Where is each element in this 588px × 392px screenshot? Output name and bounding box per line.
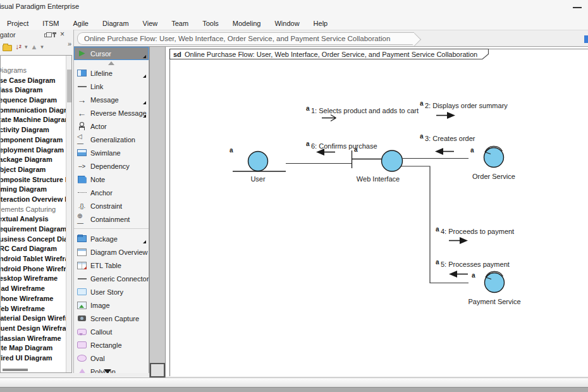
nav-item[interactable]: CRC Card Diagram	[0, 244, 71, 254]
palette-tool[interactable]: Reverse Message	[74, 106, 149, 119]
nav-item[interactable]: Fluent Design Wireframe	[0, 324, 71, 334]
lifeline-web-interface[interactable]: a Web Interface	[352, 146, 403, 183]
palette-tool[interactable]: Constraint	[74, 199, 149, 212]
lifeline-payment-service[interactable]: a Payment Service	[468, 271, 520, 305]
palette-tool[interactable]: Link	[74, 80, 149, 93]
nav-item[interactable]: Requirement Diagram	[0, 224, 71, 235]
menu-item[interactable]: Tools	[195, 20, 226, 27]
menu-item[interactable]: ITSM	[35, 20, 66, 27]
pin-icon[interactable]	[54, 32, 55, 37]
minimize-button[interactable]	[573, 7, 582, 8]
message-label: 4: Proceeds to payment	[441, 228, 514, 235]
flyout-corner-icon	[143, 55, 146, 58]
nav-item[interactable]: UML Diagrams	[0, 66, 71, 76]
scroll-up-icon[interactable]	[108, 61, 114, 65]
menu-item[interactable]: Project	[0, 20, 35, 27]
palette-tool[interactable]: Callout	[74, 325, 149, 338]
menu-item[interactable]: Diagram	[95, 20, 136, 27]
sort-icon[interactable]: ↓	[15, 43, 21, 51]
nav-item[interactable]: Wired UI Diagram	[0, 353, 71, 364]
palette-tool[interactable]: Anchor	[74, 186, 149, 199]
palette-tool[interactable]: Note	[74, 173, 149, 186]
nav-item-label: Site Map Diagram	[0, 344, 52, 352]
nav-item[interactable]: State Machine Diagram	[0, 115, 71, 125]
palette-tool[interactable]: Generalization	[74, 133, 149, 146]
menu-item[interactable]: Agile	[66, 20, 95, 27]
palette-tool[interactable]: User Story	[74, 285, 149, 298]
palette-tool[interactable]: Message	[74, 93, 149, 106]
chevron-down-icon[interactable]: ▾	[40, 44, 44, 50]
tree-vertical-scrollbar[interactable]	[66, 56, 71, 372]
nav-item[interactable]: Web Wireframe	[0, 304, 71, 314]
palette-tool[interactable]: Lifeline	[74, 66, 149, 80]
nav-item[interactable]: Composite Structure Diagram	[0, 175, 71, 185]
message-1[interactable]: a 1: Selects product and adds to cart	[306, 105, 419, 121]
palette-tool[interactable]: Image	[74, 298, 149, 312]
menu-item[interactable]: Team	[164, 20, 195, 27]
nav-item[interactable]: Textual Analysis	[0, 214, 71, 224]
open-project-icon[interactable]	[3, 45, 12, 51]
nav-item[interactable]: Android Tablet Wireframe	[0, 254, 71, 264]
nav-item[interactable]: iPhone Wireframe	[0, 294, 71, 304]
nav-item[interactable]: Desktop Wireframe	[0, 274, 71, 284]
boundary-circle-icon[interactable]	[382, 150, 403, 171]
palette-tool[interactable]: Dependency	[74, 159, 149, 173]
nav-item[interactable]: Android Phone Wireframe	[0, 264, 71, 274]
close-icon[interactable]: ×	[60, 31, 64, 37]
scroll-down-icon[interactable]	[104, 369, 111, 373]
lifeline-user[interactable]: a User	[230, 147, 286, 183]
nav-item[interactable]: Communication Diagram	[0, 106, 71, 116]
nav-item-label: Requirements Capturing	[0, 205, 56, 213]
nav-item[interactable]: Deployment Diagram	[0, 145, 71, 156]
palette-tool[interactable]: Oval	[74, 352, 149, 365]
nav-item[interactable]: Timing Diagram	[0, 185, 71, 195]
nav-item[interactable]: Business Concept Diagram	[0, 235, 71, 245]
panel-toggle-button[interactable]	[584, 35, 588, 43]
nav-item[interactable]: Atlassian Wireframe	[0, 334, 71, 344]
palette-tool[interactable]: ETL Table	[74, 259, 149, 272]
breadcrumb[interactable]: Online Purchase Flow: User, Web Interfac…	[77, 32, 414, 45]
message-4[interactable]: a 4: Proceeds to payment	[436, 226, 514, 244]
nav-item-label: Interaction Overview Diagram	[0, 195, 72, 203]
tree-horizontal-scrollbar[interactable]	[3, 369, 28, 371]
nav-item[interactable]: Sequence Diagram	[0, 95, 71, 106]
palette-tool[interactable]: Actor	[74, 119, 149, 133]
menu-item[interactable]: Help	[307, 20, 335, 27]
nav-item[interactable]: Object Diagram	[0, 165, 71, 175]
chevron-down-icon[interactable]: ▾	[25, 44, 28, 50]
splitter-handle[interactable]	[150, 363, 165, 377]
menu-item[interactable]: Window	[267, 20, 306, 27]
float-panel-icon[interactable]	[44, 34, 49, 37]
nav-item[interactable]: Package Diagram	[0, 155, 71, 165]
palette-tool[interactable]: Containment	[74, 212, 149, 226]
message-6[interactable]: a 6: Confirms purchase	[306, 140, 377, 156]
nav-item[interactable]: Use Case Diagram	[0, 76, 71, 86]
entity-circle-icon[interactable]	[248, 152, 268, 171]
nav-item[interactable]: Component Diagram	[0, 135, 71, 145]
palette-tool[interactable]: Polygon	[74, 365, 149, 373]
nav-item[interactable]: iPad Wireframe	[0, 284, 71, 294]
nav-item[interactable]: Interaction Overview Diagram	[0, 195, 71, 205]
palette-tool[interactable]: Package	[74, 232, 149, 245]
diagram-canvas[interactable]: sd Online Purchase Flow: User, Web Inter…	[166, 47, 588, 376]
nav-item[interactable]: Requirements Capturing	[0, 205, 71, 215]
message-2[interactable]: a 2: Displays order summary	[420, 100, 508, 119]
palette-tool[interactable]: Cursor	[74, 47, 149, 60]
panel-splitter[interactable]	[149, 47, 166, 377]
scrollbar-thumb[interactable]	[67, 70, 71, 102]
palette-tool[interactable]: Diagram Overview	[74, 245, 149, 259]
collapse-all-icon[interactable]: ▲	[30, 43, 37, 51]
toolbar-overflow-icon[interactable]: »	[68, 40, 71, 47]
lifeline-order-service[interactable]: a Order Service	[470, 146, 515, 180]
palette-tool[interactable]: Screen Capture	[74, 312, 149, 325]
palette-tool[interactable]: Rectangle	[74, 338, 149, 352]
nav-item[interactable]: Activity Diagram	[0, 125, 71, 135]
menu-item[interactable]: View	[136, 20, 165, 27]
nav-item[interactable]: Material Design Wireframe	[0, 314, 71, 324]
palette-tool[interactable]: Generic Connector	[74, 272, 149, 285]
message-3[interactable]: a 3: Creates order	[420, 133, 475, 155]
nav-item[interactable]: Class Diagram	[0, 85, 71, 95]
palette-tool[interactable]: Swimlane	[74, 146, 149, 159]
nav-item[interactable]: Site Map Diagram	[0, 343, 71, 353]
menu-item[interactable]: Modeling	[226, 20, 268, 27]
